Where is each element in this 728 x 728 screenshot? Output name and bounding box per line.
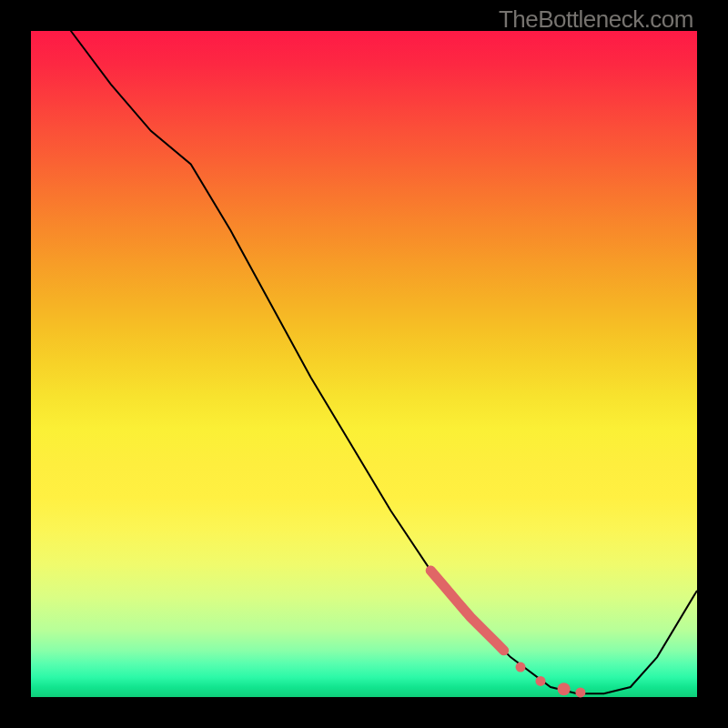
dot-1 — [516, 662, 526, 672]
highlight-dots — [516, 662, 586, 698]
watermark-text: TheBottleneck.com — [499, 5, 693, 34]
plot-area — [31, 31, 697, 697]
highlight-thick — [430, 571, 504, 651]
chart-container: TheBottleneck.com — [0, 0, 728, 728]
dot-2 — [536, 676, 546, 686]
dot-3 — [558, 682, 571, 695]
dot-4 — [575, 687, 585, 697]
bottleneck-curve — [31, 0, 697, 693]
chart-svg — [31, 31, 697, 697]
